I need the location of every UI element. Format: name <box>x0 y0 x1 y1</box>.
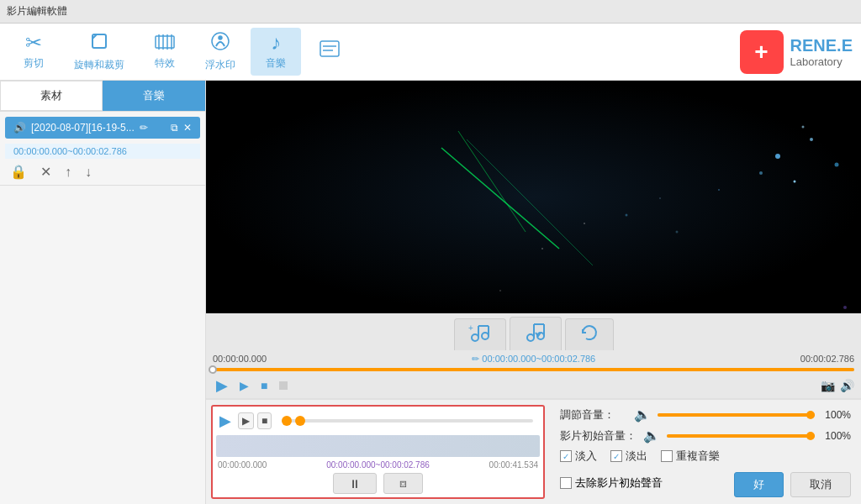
music-add-icon: + <box>468 323 492 347</box>
svg-point-20 <box>802 126 805 129</box>
logo-text-group: RENE.E Laboratory <box>790 35 853 68</box>
left-toolbar: 🔒 ✕ ↑ ↓ <box>0 159 205 186</box>
fade-in-label: 淡入 <box>575 449 597 464</box>
remove-audio-box[interactable] <box>560 477 572 489</box>
svg-point-35 <box>499 290 501 291</box>
volume-row: 調節音量： 🔈 100% <box>560 407 851 423</box>
fade-out-label: 淡出 <box>626 449 647 464</box>
audio-tab-refresh[interactable] <box>565 318 614 350</box>
timeline-range-label: 00:00:00.000~00:00:02.786 <box>482 354 595 364</box>
original-volume-row: 影片初始音量： 🔈 100% <box>560 428 851 444</box>
subtitle-icon <box>319 39 341 61</box>
tab-music-label: 音樂 <box>266 56 286 71</box>
refresh-icon <box>579 323 600 347</box>
progress-bar-container <box>206 368 861 371</box>
copy-icon: ⧉ <box>171 122 178 134</box>
svg-point-33 <box>541 248 543 249</box>
bottom-controls: + <box>206 313 861 398</box>
svg-rect-11 <box>206 81 861 313</box>
file-item[interactable]: 🔊 [2020-08-07][16-19-5... ✏ ⧉ ✕ <box>5 117 200 139</box>
original-volume-slider[interactable] <box>667 434 815 438</box>
tab-watermark-label: 浮水印 <box>205 58 235 72</box>
app-title: 影片編輯軟體 <box>7 4 67 18</box>
tab-cut[interactable]: ✂ 剪切 <box>8 28 59 76</box>
close-file-icon[interactable]: ✕ <box>183 122 192 134</box>
navbar: ✂ 剪切 旋轉和裁剪 特效 <box>0 24 861 81</box>
camera-icon[interactable]: 📷 <box>821 379 835 392</box>
svg-point-34 <box>584 223 585 224</box>
cut-icon: ✂ <box>25 33 42 53</box>
original-volume-value: 100% <box>821 430 851 442</box>
svg-point-15 <box>775 154 780 159</box>
timeline-range: ✏ 00:00:00.000~00:00:02.786 <box>272 352 795 365</box>
track-marker-start[interactable] <box>282 416 292 426</box>
ok-button[interactable]: 好 <box>734 472 784 497</box>
speaker-icon: 🔊 <box>13 122 26 134</box>
fade-out-box[interactable] <box>610 450 622 462</box>
fade-out-checkbox[interactable]: 淡出 <box>610 449 647 464</box>
svg-point-19 <box>759 171 763 175</box>
music-download-icon <box>524 321 547 347</box>
timeline-end: 00:00:02.786 <box>800 354 854 364</box>
tab-effects-label: 特效 <box>155 56 175 71</box>
effects-icon <box>155 33 175 53</box>
track-play2-button[interactable]: ▶ <box>238 412 254 429</box>
original-volume-icon: 🔈 <box>643 428 660 444</box>
volume-icon[interactable]: 🔊 <box>840 379 854 392</box>
brand-name: RENE.E <box>790 35 853 55</box>
move-up-button[interactable]: ↑ <box>61 163 75 181</box>
music-icon: ♪ <box>271 33 281 53</box>
delete-button[interactable]: ✕ <box>37 162 55 181</box>
svg-point-37 <box>482 333 489 339</box>
volume-slider[interactable] <box>658 413 815 417</box>
track-play-button[interactable]: ▶ <box>216 410 235 432</box>
tab-rotate[interactable]: 旋轉和裁剪 <box>62 26 136 77</box>
original-volume-label: 影片初始音量： <box>560 428 637 444</box>
timeline-thumb[interactable] <box>209 365 217 374</box>
lock-button[interactable]: 🔒 <box>7 162 30 181</box>
play-button[interactable]: ▶ <box>213 375 231 396</box>
track-stop-button[interactable]: ■ <box>257 412 272 429</box>
tab-effects[interactable]: 特效 <box>140 28 190 76</box>
watermark-icon <box>209 31 231 55</box>
fade-in-box[interactable] <box>560 450 572 462</box>
audio-tab-download[interactable] <box>510 317 562 350</box>
svg-text:+: + <box>468 323 473 333</box>
panel-tab-material[interactable]: 素材 <box>0 81 103 111</box>
svg-point-36 <box>472 334 478 341</box>
tab-music[interactable]: ♪ 音樂 <box>251 28 301 76</box>
track-area: ▶ ▶ ■ 00:00:00.000 00:00:0 <box>211 405 545 499</box>
audio-tab-add[interactable]: + <box>454 318 506 350</box>
track-bar <box>216 435 540 457</box>
svg-point-42 <box>527 334 534 341</box>
timeline-bar[interactable] <box>213 368 854 371</box>
fade-in-checkbox[interactable]: 淡入 <box>560 449 597 464</box>
track-time-middle: 00:00:00.000~00:00:02.786 <box>326 460 430 470</box>
original-volume-fill <box>667 434 815 438</box>
remove-audio-label: 去除影片初始聲音 <box>575 475 663 491</box>
move-down-button[interactable]: ↓ <box>82 163 95 181</box>
checkbox-row-1: 淡入 淡出 重複音樂 <box>560 449 851 464</box>
track-action-buttons: ⏸ ⧈ <box>216 473 540 494</box>
original-volume-thumb[interactable] <box>806 432 815 440</box>
volume-thumb[interactable] <box>806 411 815 419</box>
play2-button[interactable]: ▶ <box>236 377 252 394</box>
svg-rect-8 <box>320 41 339 56</box>
tab-watermark[interactable]: 浮水印 <box>193 26 247 77</box>
track-time-end: 00:00:41.534 <box>489 460 538 470</box>
stop-button[interactable]: ■ <box>257 377 271 394</box>
timeline-row: 00:00:00.000 ✏ 00:00:00.000~00:00:02.786… <box>206 350 861 366</box>
panel-tabs: 素材 音樂 <box>0 81 205 112</box>
repeat-checkbox[interactable]: 重複音樂 <box>661 449 720 464</box>
svg-point-24 <box>718 189 720 191</box>
pause-edit-button[interactable]: ⏸ <box>333 473 377 494</box>
panel-tab-music[interactable]: 音樂 <box>103 81 205 111</box>
cancel-button[interactable]: 取消 <box>790 472 851 497</box>
track-marker-end[interactable] <box>295 416 305 426</box>
split-edit-button[interactable]: ⧈ <box>383 473 423 494</box>
tab-subtitle[interactable] <box>304 34 355 70</box>
repeat-box[interactable] <box>661 450 673 462</box>
svg-point-21 <box>626 214 628 217</box>
remove-audio-checkbox[interactable]: 去除影片初始聲音 <box>560 475 663 491</box>
rotate-icon <box>89 31 109 55</box>
